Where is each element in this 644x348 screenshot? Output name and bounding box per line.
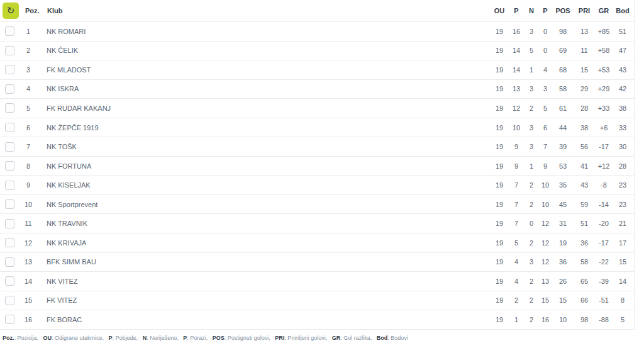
refresh-icon: ↻: [7, 5, 15, 16]
table-row: 5 FK RUDAR KAKANJ 19 12 2 5 61 28 +33 38: [0, 99, 634, 118]
points-cell: 47: [613, 47, 633, 54]
points-cell: 28: [613, 162, 633, 170]
losses-cell: 12: [538, 239, 552, 247]
draws-cell: 3: [525, 258, 538, 266]
position-cell: 8: [14, 162, 42, 170]
losses-cell: 10: [538, 181, 552, 189]
column-header-n: N: [525, 7, 538, 14]
played-cell: 19: [491, 258, 508, 266]
row-checkbox[interactable]: [5, 142, 14, 152]
draws-cell: 5: [525, 47, 538, 54]
row-checkbox[interactable]: [5, 84, 14, 94]
goals-for-cell: 26: [552, 278, 574, 285]
goals-against-cell: 28: [574, 104, 595, 112]
goals-against-cell: 13: [574, 28, 595, 35]
refresh-button[interactable]: ↻: [3, 3, 19, 19]
goals-against-cell: 66: [574, 296, 595, 304]
row-checkbox[interactable]: [5, 257, 14, 267]
goal-diff-cell: -14: [595, 201, 613, 208]
goal-diff-cell: +6: [595, 124, 613, 132]
position-cell: 9: [14, 181, 42, 189]
losses-cell: 0: [538, 28, 552, 35]
table-row: 2 NK ČELIK 19 14 5 0 69 11 +58 47: [0, 42, 634, 61]
points-cell: 8: [613, 296, 633, 304]
points-cell: 43: [613, 66, 633, 74]
points-cell: 14: [613, 278, 633, 285]
position-cell: 4: [14, 85, 42, 93]
goals-against-cell: 51: [574, 220, 595, 227]
goals-for-cell: 58: [552, 85, 574, 93]
club-name-cell: NK ČELIK: [42, 47, 491, 54]
draws-cell: 3: [525, 124, 538, 132]
position-cell: 12: [14, 239, 42, 247]
row-checkbox[interactable]: [5, 219, 14, 228]
draws-cell: 3: [525, 28, 538, 35]
club-name-cell: FK RUDAR KAKANJ: [42, 104, 491, 112]
draws-cell: 2: [525, 201, 538, 208]
legend: Poz.: Pozicija, OU: Odigrane utakmice, P…: [0, 335, 644, 341]
row-checkbox[interactable]: [5, 238, 14, 247]
goals-against-cell: 59: [574, 201, 595, 208]
goal-diff-cell: -88: [595, 316, 613, 323]
wins-cell: 14: [508, 66, 525, 74]
table-row: 16 FK BORAC 19 1 2 16 10 98 -88 5: [0, 310, 634, 330]
table-row: 4 NK ISKRA 19 13 3 3 58 29 +29 42: [0, 80, 634, 99]
position-cell: 2: [14, 47, 42, 54]
row-checkbox[interactable]: [5, 46, 14, 55]
table-row: 10 NK Sportprevent 19 7 2 10 45 59 -14 2…: [0, 195, 634, 215]
played-cell: 19: [491, 296, 508, 304]
club-name-cell: FK BORAC: [42, 316, 491, 323]
legend-abbr: N: [143, 335, 147, 341]
position-cell: 14: [14, 278, 42, 285]
wins-cell: 4: [508, 278, 525, 285]
losses-cell: 0: [538, 47, 552, 54]
draws-cell: 0: [525, 220, 538, 227]
goals-against-cell: 29: [574, 85, 595, 93]
club-name-cell: NK KRIVAJA: [42, 239, 491, 247]
row-checkbox[interactable]: [5, 315, 14, 324]
row-checkbox[interactable]: [5, 161, 14, 171]
goal-diff-cell: +33: [595, 104, 613, 112]
table-row: 14 NK VITEZ 19 4 2 13 26 65 -39 14: [0, 272, 634, 291]
wins-cell: 13: [508, 85, 525, 93]
goals-for-cell: 15: [552, 296, 574, 304]
row-checkbox[interactable]: [5, 123, 14, 132]
row-checkbox[interactable]: [5, 103, 14, 113]
table-body: 1 NK ROMARI 19 16 3 0 98 13 +85 51 2 NK …: [0, 22, 634, 330]
row-checkbox[interactable]: [5, 65, 14, 74]
losses-cell: 7: [538, 143, 552, 150]
goal-diff-cell: -51: [595, 296, 613, 304]
losses-cell: 4: [538, 66, 552, 74]
played-cell: 19: [491, 220, 508, 227]
legend-abbr: POS: [213, 335, 225, 341]
played-cell: 19: [491, 316, 508, 323]
goals-against-cell: 58: [574, 258, 595, 266]
goal-diff-cell: +12: [595, 162, 613, 170]
row-checkbox[interactable]: [5, 199, 14, 209]
row-checkbox[interactable]: [5, 181, 14, 190]
losses-cell: 5: [538, 104, 552, 112]
goal-diff-cell: -17: [595, 143, 613, 150]
wins-cell: 1: [508, 316, 525, 323]
goal-diff-cell: -8: [595, 181, 613, 189]
goals-against-cell: 98: [574, 316, 595, 323]
legend-abbr: P: [183, 335, 187, 341]
row-checkbox[interactable]: [5, 296, 14, 305]
draws-cell: 2: [525, 181, 538, 189]
wins-cell: 7: [508, 181, 525, 189]
position-cell: 6: [14, 124, 42, 132]
row-checkbox[interactable]: [5, 276, 14, 286]
position-cell: 7: [14, 143, 42, 150]
goals-for-cell: 35: [552, 181, 574, 189]
table-row: 8 NK FORTUNA 19 9 1 9 53 41 +12 28: [0, 157, 634, 176]
played-cell: 19: [491, 124, 508, 132]
club-name-cell: NK KISELJAK: [42, 181, 491, 189]
points-cell: 17: [613, 239, 633, 247]
club-name-cell: NK ROMARI: [42, 28, 491, 35]
draws-cell: 2: [525, 104, 538, 112]
club-name-cell: BFK SIMM BAU: [42, 258, 491, 266]
goal-diff-cell: +29: [595, 85, 613, 93]
goals-for-cell: 44: [552, 124, 574, 132]
row-checkbox[interactable]: [5, 26, 14, 36]
points-cell: 23: [613, 181, 633, 189]
